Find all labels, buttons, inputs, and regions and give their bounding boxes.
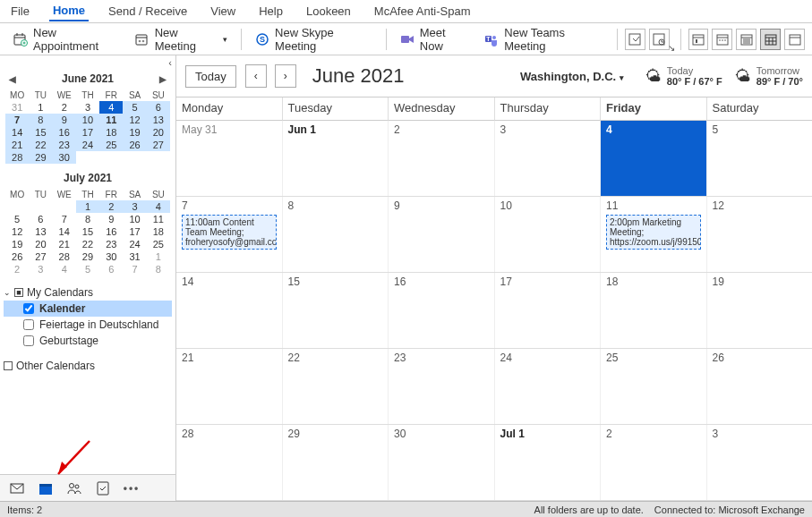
menu-mcafee-anti-spam[interactable]: McAfee Anti-Spam bbox=[371, 2, 474, 21]
chevron-down-icon[interactable]: ▾ bbox=[223, 35, 227, 44]
overflow-icon[interactable]: ↘ bbox=[668, 43, 675, 53]
menu-home[interactable]: Home bbox=[49, 1, 89, 21]
mini-day[interactable]: 2 bbox=[5, 263, 29, 275]
mini-day[interactable]: 2 bbox=[53, 101, 76, 114]
view-month-button[interactable] bbox=[760, 29, 781, 50]
mini-day[interactable]: 17 bbox=[76, 126, 99, 139]
mini-day[interactable]: 16 bbox=[53, 126, 76, 139]
tristate-checkbox-icon[interactable]: ■ bbox=[14, 288, 23, 297]
mini-day[interactable]: 3 bbox=[123, 200, 146, 213]
mini-day[interactable]: 9 bbox=[53, 114, 76, 126]
next-month-button[interactable]: › bbox=[275, 64, 296, 88]
menu-view[interactable]: View bbox=[207, 2, 239, 21]
mini-day[interactable]: 25 bbox=[147, 238, 170, 250]
mini-day[interactable]: 2 bbox=[99, 200, 123, 213]
mini-calendar-june[interactable]: ◀June 2021▶MOTUWETHFRSASU311234567891011… bbox=[5, 72, 170, 164]
next-mini-icon[interactable]: ▶ bbox=[159, 74, 167, 84]
day-cell[interactable]: 30 bbox=[389, 425, 495, 500]
mini-day[interactable]: 22 bbox=[76, 238, 99, 250]
mini-day[interactable]: 31 bbox=[123, 250, 146, 263]
mini-day[interactable] bbox=[123, 151, 146, 164]
tasks-icon[interactable] bbox=[95, 480, 111, 496]
day-cell[interactable]: 15 bbox=[283, 273, 389, 348]
calendar-checkbox[interactable] bbox=[23, 335, 34, 346]
mini-day[interactable]: 28 bbox=[5, 151, 29, 164]
mini-day[interactable]: 3 bbox=[29, 263, 52, 275]
mini-day[interactable] bbox=[5, 200, 29, 213]
day-cell[interactable]: Jul 1 bbox=[495, 425, 602, 500]
mini-day[interactable]: 7 bbox=[53, 213, 76, 225]
mini-day[interactable]: 19 bbox=[123, 126, 146, 139]
mini-day[interactable]: 21 bbox=[5, 139, 29, 151]
mini-day[interactable]: 24 bbox=[76, 139, 99, 151]
mini-day[interactable]: 19 bbox=[5, 238, 29, 250]
mini-day[interactable]: 7 bbox=[5, 114, 29, 126]
day-cell[interactable]: 711:00am Content Team Meeting; froheryos… bbox=[176, 197, 283, 272]
mini-day[interactable]: 4 bbox=[99, 101, 123, 114]
day-cell[interactable]: 26 bbox=[707, 349, 813, 424]
mini-day[interactable]: 30 bbox=[99, 250, 123, 263]
day-cell[interactable]: 19 bbox=[707, 273, 813, 348]
menu-lookeen[interactable]: Lookeen bbox=[303, 2, 355, 21]
mini-day[interactable]: 5 bbox=[123, 101, 146, 114]
mini-day[interactable]: 10 bbox=[76, 114, 99, 126]
mini-day[interactable]: 20 bbox=[29, 238, 52, 250]
mini-day[interactable] bbox=[53, 200, 76, 213]
weather-tile[interactable]: 🌤Tomorrow89° F / 70° bbox=[735, 65, 803, 87]
mini-day[interactable] bbox=[147, 151, 170, 164]
new-appointment-button[interactable]: New Appointment bbox=[5, 21, 127, 57]
menu-send-receive[interactable]: Send / Receive bbox=[105, 2, 191, 21]
mini-calendar-july[interactable]: July 2021MOTUWETHFRSASU12345678910111213… bbox=[5, 171, 170, 275]
mini-day[interactable]: 30 bbox=[53, 151, 76, 164]
menu-file[interactable]: File bbox=[7, 2, 33, 21]
mini-day[interactable]: 15 bbox=[29, 126, 52, 139]
day-cell[interactable]: 29 bbox=[283, 425, 389, 500]
day-cell[interactable]: 17 bbox=[495, 273, 602, 348]
new-skype-meeting-button[interactable]: S New Skype Meeting bbox=[247, 21, 380, 57]
mini-day[interactable] bbox=[76, 151, 99, 164]
mini-day[interactable]: 31 bbox=[5, 101, 29, 114]
calendar-icon[interactable] bbox=[38, 480, 54, 496]
mini-day[interactable]: 27 bbox=[29, 250, 52, 263]
calendar-item[interactable]: Geburtstage bbox=[4, 333, 172, 349]
day-cell[interactable]: 25 bbox=[601, 349, 707, 424]
mini-day[interactable]: 8 bbox=[147, 263, 170, 275]
mini-day[interactable]: 7 bbox=[123, 263, 146, 275]
day-cell[interactable]: 14 bbox=[176, 273, 283, 348]
weather-tile[interactable]: 🌤Today80° F / 67° F bbox=[645, 65, 722, 87]
calendar-item[interactable]: Kalender bbox=[4, 301, 172, 317]
mini-day[interactable]: 26 bbox=[5, 250, 29, 263]
mini-day[interactable]: 28 bbox=[53, 250, 76, 263]
day-cell[interactable]: 9 bbox=[389, 197, 495, 272]
more-icon[interactable]: ••• bbox=[124, 480, 140, 496]
view-workweek-button[interactable] bbox=[712, 29, 732, 50]
day-cell[interactable]: 28 bbox=[176, 425, 283, 500]
day-cell[interactable]: May 31 bbox=[176, 121, 283, 196]
people-icon[interactable] bbox=[66, 480, 82, 496]
mini-day[interactable]: 15 bbox=[76, 225, 99, 238]
day-cell[interactable]: 8 bbox=[283, 197, 389, 272]
mini-day[interactable]: 16 bbox=[99, 225, 123, 238]
day-cell[interactable]: 112:00pm Marketing Meeting; https://zoom… bbox=[601, 197, 707, 272]
mini-day[interactable]: 26 bbox=[123, 139, 146, 151]
view-day-button[interactable] bbox=[688, 29, 709, 50]
mini-day[interactable]: 1 bbox=[76, 200, 99, 213]
day-cell[interactable]: 18 bbox=[601, 273, 707, 348]
mail-icon[interactable] bbox=[9, 480, 25, 496]
view-week-button[interactable] bbox=[736, 29, 756, 50]
mini-day[interactable]: 17 bbox=[123, 225, 146, 238]
day-cell[interactable]: 24 bbox=[495, 349, 602, 424]
day-cell[interactable]: 21 bbox=[176, 349, 283, 424]
mini-day[interactable]: 29 bbox=[76, 250, 99, 263]
mini-day[interactable]: 6 bbox=[29, 213, 52, 225]
expand-icon[interactable]: ⌄ bbox=[4, 288, 11, 297]
mini-day[interactable]: 9 bbox=[99, 213, 123, 225]
mini-day[interactable]: 8 bbox=[76, 213, 99, 225]
mini-day[interactable]: 20 bbox=[147, 126, 170, 139]
mini-day[interactable] bbox=[29, 200, 52, 213]
mini-day[interactable]: 1 bbox=[29, 101, 52, 114]
day-cell[interactable]: 3 bbox=[707, 425, 813, 500]
weather-location[interactable]: Washington, D.C. ▾ bbox=[520, 70, 624, 83]
day-cell[interactable]: 5 bbox=[707, 121, 813, 196]
mini-day[interactable]: 27 bbox=[147, 139, 170, 151]
